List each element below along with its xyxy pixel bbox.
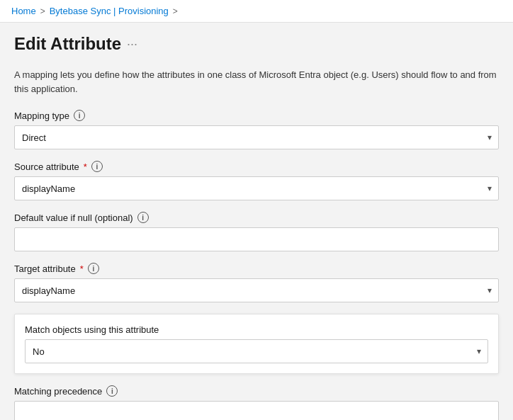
matching-precedence-input[interactable] (14, 401, 499, 420)
target-attribute-select-wrapper: displayName mail userName name ▾ (14, 278, 499, 302)
matching-precedence-label: Matching precedence i (14, 385, 499, 397)
match-objects-label: Match objects using this attribute (25, 324, 488, 335)
default-value-label-text: Default value if null (optional) (14, 212, 133, 223)
mapping-type-label: Mapping type i (14, 110, 499, 121)
matching-precedence-group: Matching precedence i (14, 385, 499, 420)
target-attribute-group: Target attribute * i displayName mail us… (14, 263, 499, 302)
breadcrumb-sep-2: > (173, 6, 178, 16)
breadcrumb-sep-1: > (40, 6, 45, 16)
page-container: Home > Bytebase Sync | Provisioning > Ed… (0, 0, 513, 420)
match-objects-label-text: Match objects using this attribute (25, 324, 159, 335)
target-attribute-info-icon[interactable]: i (88, 263, 99, 274)
source-attribute-select[interactable]: displayName mail userPrincipalName given… (14, 176, 499, 200)
page-title-row: Edit Attribute ··· (14, 34, 499, 54)
description-text: A mapping lets you define how the attrib… (14, 68, 499, 96)
mapping-type-select-wrapper: Direct Expression Constant ▾ (14, 125, 499, 149)
mapping-type-select[interactable]: Direct Expression Constant (14, 125, 499, 149)
default-value-input[interactable] (14, 227, 499, 251)
source-attribute-label-text: Source attribute (14, 161, 79, 172)
source-attribute-group: Source attribute * i displayName mail us… (14, 161, 499, 200)
target-attribute-select[interactable]: displayName mail userName name (14, 278, 499, 302)
target-attribute-label: Target attribute * i (14, 263, 499, 274)
mapping-type-label-text: Mapping type (14, 110, 69, 121)
breadcrumb-home[interactable]: Home (11, 6, 36, 16)
source-attribute-required: * (84, 161, 87, 172)
target-attribute-required: * (80, 263, 84, 274)
target-attribute-label-text: Target attribute (14, 263, 76, 274)
source-attribute-info-icon[interactable]: i (91, 161, 103, 172)
default-value-info-icon[interactable]: i (137, 212, 149, 223)
matching-precedence-label-text: Matching precedence (14, 386, 102, 397)
breadcrumb-sync[interactable]: Bytebase Sync | Provisioning (50, 6, 169, 16)
source-attribute-select-wrapper: displayName mail userPrincipalName given… (14, 176, 499, 200)
match-objects-select-wrapper: No Yes ▾ (25, 339, 488, 363)
match-objects-group: Match objects using this attribute No Ye… (25, 324, 488, 363)
mapping-type-info-icon[interactable]: i (74, 110, 85, 121)
default-value-group: Default value if null (optional) i (14, 212, 499, 251)
page-title: Edit Attribute (14, 34, 121, 54)
breadcrumb: Home > Bytebase Sync | Provisioning > (0, 0, 513, 23)
match-objects-select[interactable]: No Yes (25, 339, 488, 363)
default-value-label: Default value if null (optional) i (14, 212, 499, 223)
content-area: Edit Attribute ··· A mapping lets you de… (0, 23, 513, 420)
match-objects-section: Match objects using this attribute No Ye… (14, 314, 499, 374)
title-options-icon[interactable]: ··· (127, 37, 137, 52)
matching-precedence-info-icon[interactable]: i (106, 385, 118, 397)
source-attribute-label: Source attribute * i (14, 161, 499, 172)
mapping-type-group: Mapping type i Direct Expression Constan… (14, 110, 499, 149)
